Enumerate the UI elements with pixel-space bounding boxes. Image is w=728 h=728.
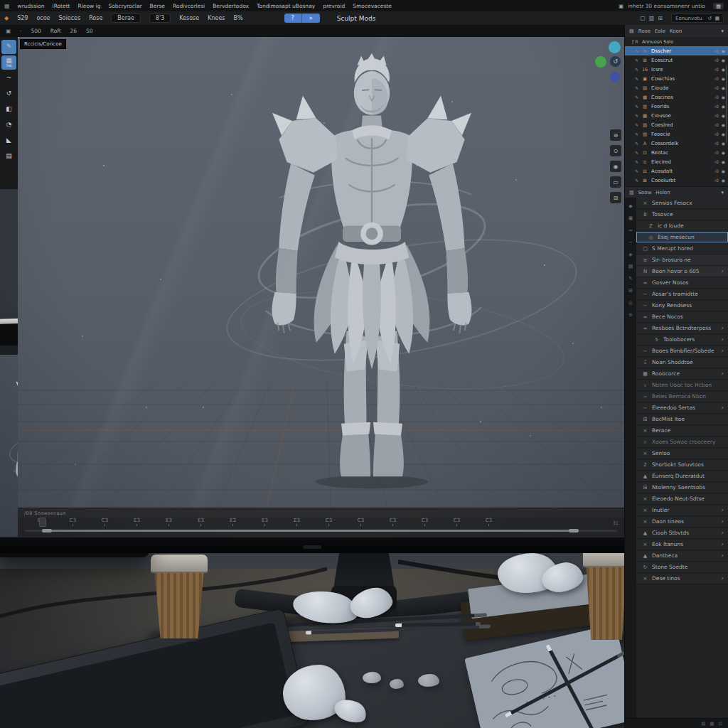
expand-arrow-icon[interactable]: › (722, 348, 724, 354)
menu-item[interactable]: Smocevaceste (353, 3, 392, 9)
pin-icon[interactable]: ✎ (635, 76, 638, 81)
properties-tab-icon[interactable]: ≡ (628, 312, 633, 318)
pin-icon[interactable]: ✎ (635, 104, 638, 109)
brush-setting-value[interactable]: RoR (50, 28, 61, 34)
outliner-row[interactable]: ✎ 16 Icsre ‹0 ◉ (625, 65, 728, 74)
menu-item[interactable]: prevroid (323, 3, 345, 9)
properties-tab-icon[interactable]: ◎ (628, 300, 633, 306)
timeline-tick[interactable]: C3 (473, 518, 505, 528)
outliner-scrollbar[interactable] (726, 65, 727, 143)
object-name[interactable]: Dsscher (651, 48, 712, 54)
menu-item[interactable]: Rodivcorlesi (173, 3, 205, 9)
sculpt-brush-button[interactable]: ◧ (1, 102, 16, 117)
expand-arrow-icon[interactable]: › (722, 575, 724, 582)
visibility-toggle-icon[interactable]: ‹0 (714, 178, 719, 183)
render-toggle-icon[interactable]: ◉ (722, 85, 725, 90)
sculpt-brush-button[interactable]: ◣ (1, 134, 16, 148)
property-label[interactable]: Dantbeca (652, 552, 718, 559)
properties-tab-icon[interactable]: ◆ (628, 203, 632, 209)
timeline-tick[interactable]: C3 (377, 518, 409, 528)
property-label[interactable]: Bece Nocos (652, 314, 718, 320)
pin-icon[interactable]: ✎ (635, 150, 638, 155)
visibility-toggle-icon[interactable]: ‹0 (714, 85, 719, 90)
visibility-toggle-icon[interactable]: ‹0 (714, 122, 719, 127)
render-toggle-icon[interactable]: ◉ (722, 58, 725, 63)
sculpt-brush-button[interactable]: ✎ (1, 40, 16, 54)
property-row[interactable]: Z ic d loude › (636, 220, 728, 232)
gizmo-y-axis[interactable] (595, 56, 606, 68)
outliner-row[interactable]: ✎ ⊞ Ecescrut ‹0 ◉ (625, 55, 728, 65)
render-toggle-icon[interactable]: ◉ (722, 159, 725, 164)
object-name[interactable]: Acosdolt (651, 168, 712, 174)
property-label[interactable]: Xooes Sowoo crooceery (652, 439, 718, 445)
pin-icon[interactable]: ✎ (635, 122, 638, 127)
property-row[interactable]: × Dese tinos › (636, 573, 728, 584)
outliner-collection-row[interactable]: ƒ R Annuesn Sole (625, 37, 728, 46)
timeline-scrollbar-handle-left[interactable] (42, 529, 52, 532)
brush-setting-value[interactable]: S0 (86, 28, 93, 34)
render-toggle-icon[interactable]: ◉ (722, 95, 725, 100)
property-label[interactable]: Betes Bemoca Nbon (652, 393, 718, 400)
property-row[interactable]: v Noten Uooc toc Hcbon › (636, 380, 728, 391)
pin-icon[interactable]: ✎ (635, 85, 638, 90)
properties-header-left[interactable]: Soow (638, 190, 652, 196)
property-label[interactable]: Toolobocers (663, 336, 718, 343)
viewport-nav-gizmo[interactable]: ↺ (595, 41, 624, 84)
timeline-tick[interactable]: E3 (217, 518, 249, 528)
visibility-toggle-icon[interactable]: ‹0 (714, 76, 719, 81)
property-label[interactable]: Shorbokt Soluvtoos (652, 461, 718, 468)
property-row[interactable]: × Berace › (636, 425, 728, 437)
pin-icon[interactable]: ✎ (635, 113, 638, 118)
timeline-scrollbar[interactable] (25, 530, 617, 532)
render-toggle-icon[interactable]: ◉ (722, 113, 725, 118)
mode-button-help[interactable]: ? (284, 14, 302, 23)
expand-arrow-icon[interactable]: › (722, 530, 724, 536)
property-row[interactable]: × Eok Itanuns › (636, 539, 728, 550)
brush-settings-icon[interactable]: ▣ (6, 28, 11, 34)
viewport-nav-button[interactable]: ◉ (610, 161, 621, 172)
render-toggle-icon[interactable]: ◉ (722, 132, 725, 136)
timeline-tick[interactable]: E3 (153, 518, 185, 528)
property-row[interactable]: ≈ Betes Bemoca Nbon › (636, 391, 728, 402)
timeline-playhead[interactable] (39, 518, 46, 527)
outliner-row[interactable]: ✎ ▤ Cioude ‹0 ◉ (625, 83, 728, 92)
timeline-tick[interactable]: E3 (281, 518, 313, 528)
visibility-toggle-icon[interactable]: ‹0 (714, 113, 719, 118)
chevron-down-icon[interactable]: ▾ (721, 28, 724, 34)
status-icons[interactable]: ▤ ▦ ⊡ (701, 721, 724, 727)
header-menu-item[interactable]: Rose (89, 15, 102, 21)
sculpted-character[interactable] (252, 40, 491, 502)
expand-arrow-icon[interactable]: › (722, 268, 724, 274)
visibility-toggle-icon[interactable]: ‹0 (714, 159, 719, 164)
pin-icon[interactable]: ✎ (635, 58, 638, 63)
property-row[interactable]: × Inutler › (636, 505, 728, 516)
property-label[interactable]: Eok Itanuns (652, 541, 718, 547)
timeline-tick[interactable]: C3 (89, 518, 121, 528)
object-name[interactable]: Ciousoe (651, 113, 712, 119)
render-toggle-icon[interactable]: ◉ (722, 122, 725, 127)
outliner-row[interactable]: ✎ ⊟ Acosdolt ‹0 ◉ (625, 166, 728, 176)
timeline-tick[interactable]: E3 (249, 518, 281, 528)
visibility-toggle-icon[interactable]: ‹0 (714, 95, 719, 100)
object-name[interactable]: Cooolurbt (651, 178, 712, 183)
pin-icon[interactable]: ✎ (635, 95, 638, 100)
mode-selector-button[interactable]: ? » (284, 14, 320, 23)
property-label[interactable]: BocMist Itoe (652, 416, 718, 422)
property-label[interactable]: Esej mesecun (658, 234, 718, 240)
sculpt-brush-button[interactable]: ↺ (1, 87, 16, 101)
timeline-tick[interactable]: C3 (345, 518, 377, 528)
menu-item[interactable]: Bervdertodox (213, 3, 249, 9)
property-row[interactable]: ▲ Eunserq Dureratdut › (636, 471, 728, 482)
properties-tab-icon[interactable]: ▤ (628, 264, 633, 269)
pin-icon[interactable]: ✎ (635, 48, 638, 53)
expand-arrow-icon[interactable]: › (722, 518, 724, 525)
header-menu-item[interactable]: S29 (17, 15, 28, 21)
property-label[interactable]: Rooocorce (652, 370, 718, 377)
object-name[interactable]: Cossordelk (651, 141, 712, 146)
visibility-toggle-icon[interactable]: ‹0 (714, 67, 719, 72)
property-label[interactable]: Inutler (652, 507, 718, 513)
collection-name[interactable]: Annuesn Sole (642, 39, 673, 45)
pin-icon[interactable]: ✎ (635, 168, 638, 173)
property-label[interactable]: Resboes Bctndterposs (652, 325, 718, 331)
property-row[interactable]: ~ Eleeedoo Sertas › (636, 402, 728, 414)
